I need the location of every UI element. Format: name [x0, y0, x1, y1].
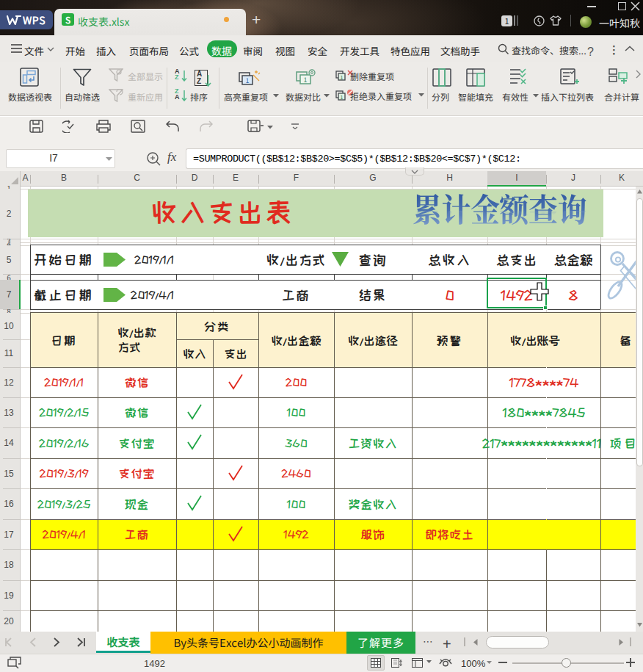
- svg-text:1: 1: [304, 75, 308, 84]
- svg-text:1: 1: [246, 76, 250, 85]
- svg-text:1: 1: [341, 73, 344, 81]
- svg-text:1: 1: [341, 93, 344, 101]
